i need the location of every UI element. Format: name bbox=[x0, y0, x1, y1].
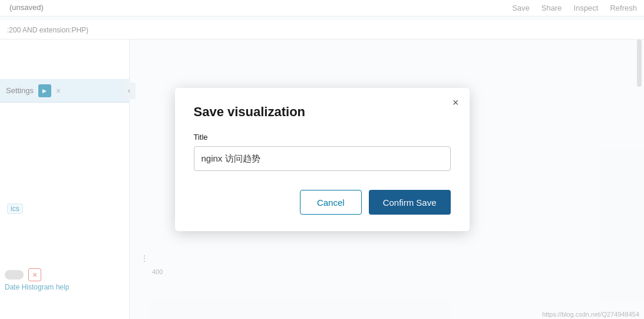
confirm-save-button[interactable]: Confirm Save bbox=[369, 190, 451, 215]
modal-backdrop: × Save visualization Title Cancel Confir… bbox=[0, 0, 644, 319]
modal-close-button[interactable]: × bbox=[453, 97, 459, 108]
title-field-label: Title bbox=[194, 133, 451, 142]
title-input[interactable] bbox=[194, 146, 451, 171]
modal-actions: Cancel Confirm Save bbox=[194, 190, 451, 215]
save-visualization-dialog: × Save visualization Title Cancel Confir… bbox=[175, 88, 470, 231]
cancel-button[interactable]: Cancel bbox=[300, 190, 362, 215]
modal-title: Save visualization bbox=[194, 104, 451, 120]
